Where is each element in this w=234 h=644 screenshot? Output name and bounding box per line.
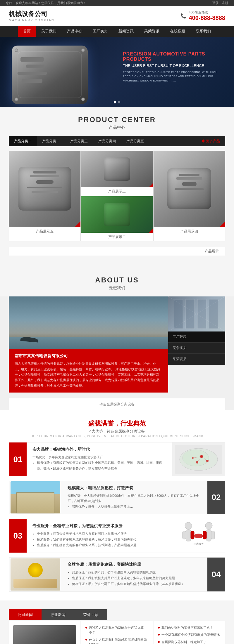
advantage-row-3: 03 专业服务：全程专业对接，为您提供专业技术服务 专业服务：拥有众多电子技术电… (9, 519, 225, 553)
side-menu-strength[interactable]: 竞争实力 (168, 343, 225, 354)
map-visual (175, 445, 222, 474)
product-tab-4[interactable]: 产品分类四 (93, 136, 121, 146)
engine-bolt-4 (81, 98, 85, 101)
svg-rect-22 (207, 530, 211, 541)
news-tab-honors[interactable]: 荣誉回顾 (74, 609, 107, 620)
main-nav: 首页 关于我们 产品中心 工厂实力 新闻资讯 采荣资讯 在线客服 联系我们 (0, 26, 234, 37)
product-label-5: 产品展示五 (9, 227, 80, 236)
advantages-section: 盛载满誉，行业典范 4大优势，铸造金属探测分离设备 OUR FOUR MAJOR… (0, 410, 234, 600)
about-tagline: 铸造金属探测分离设备 (9, 398, 225, 410)
svg-rect-24 (203, 531, 207, 539)
adv-num-3: 03 (9, 519, 27, 553)
header: 机械设备公司 MACHINERY COMPANY 📞 400-客服热线 400-… (0, 6, 234, 26)
adv-figure-img: 技术服务 (172, 519, 225, 553)
about-section: ABOUT US 走进我们 南市市某某传输设备有限公司 南方大博代表机构传统的行… (0, 267, 234, 410)
about-combined: 南市市某某传输设备有限公司 南方大博代表机构传统的行业翘楚，总制造业计测量设备研… (9, 296, 225, 393)
engine-detail (12, 46, 88, 104)
news-honor-text-3[interactable]: 金属探测仪器材料，稳定加工了！ (161, 640, 210, 644)
warehouse-image (168, 296, 225, 331)
news-tab-company[interactable]: 公司新闻 (9, 609, 42, 620)
adv-bullet-4-3: 价格保证：用户所在公司工厂，多年来始终坚持优厚服务保障（基本服从供应） (72, 581, 202, 587)
adv-bullet-2-1: 管理优势：设备，大型设备上线生产多上… (72, 504, 202, 510)
adv-map-1 (172, 442, 225, 476)
about-side-menu: 工厂环境 竞争实力 采荣资质 (168, 331, 225, 365)
news-company-image: 光觉接触液压时期之间定景观各种问题? (13, 625, 76, 644)
news-honor-item-3: 金属探测仪器材料，稳定加工了！ (158, 640, 221, 644)
svg-rect-19 (183, 531, 186, 539)
adv-building-img (9, 481, 62, 514)
svg-rect-18 (186, 530, 191, 541)
nav-home[interactable]: 首页 (18, 26, 36, 37)
engine-shape-5 (18, 167, 71, 211)
hero-title2: THE USER FIRST PURSUIT OF EXCELLENCE (123, 63, 222, 68)
side-menu-honors[interactable]: 采荣资质 (168, 354, 225, 365)
nav-products[interactable]: 产品中心 (62, 26, 87, 37)
phone-number: 400-888-8888 (189, 15, 225, 21)
medal-base (13, 579, 57, 588)
adv-content-3: 专业服务：全程专业对接，为您提供专业技术服务 专业服务：拥有众多电子技术电商人员… (27, 519, 172, 553)
adv-title-3: 专业服务：全程专业对接，为您提供专业技术服务 (32, 523, 166, 529)
side-menu-factory[interactable]: 工厂环境 (168, 331, 225, 343)
nav-purchase[interactable]: 采荣资讯 (139, 26, 165, 37)
product-card-5[interactable]: 产品展示五 (9, 151, 80, 241)
product-tab-2[interactable]: 产品分类二 (37, 136, 65, 146)
nav-about[interactable]: 关于我们 (36, 26, 62, 37)
adv-desc-2: 规模优势：全大型精铸到到规划000余件，在现在员工人数以上3000人，拥有近工厂… (68, 493, 202, 504)
adv-bullet-4-1: 品质保证：我们的产品，公司引进国内人员精密的控制系统 (72, 570, 202, 575)
news-tab-industry[interactable]: 行业新闻 (42, 609, 74, 620)
news-industry-text-2[interactable]: 什么力之后发掘时健题越和那些材料问题的时候 (89, 637, 148, 644)
adv-title-4: 金牌售后：质量定跑途径，客服快速响应 (68, 562, 202, 567)
product-card-2[interactable]: 产品展示二 (81, 196, 153, 241)
svg-rect-7 (209, 299, 218, 329)
svg-text:技术服务: 技术服务 (193, 542, 204, 545)
product-tab-3[interactable]: 产品分类三 (65, 136, 93, 146)
about-canal-image (9, 296, 168, 349)
nav-factory[interactable]: 工厂实力 (87, 26, 113, 37)
news-industry-item-1: 通过乙之后发掘出的都能在告诉我么算不？ (85, 625, 148, 635)
logo: 机械设备公司 MACHINERY COMPANY (9, 10, 55, 22)
engine-pipe-4 (22, 79, 42, 83)
engine-visual (12, 46, 88, 104)
china-map-svg (175, 445, 222, 474)
news-columns: 光觉接触液压时期之间定景观各种问题? 光觉接触液压时期之间定景观各种问题? 通过… (9, 621, 225, 644)
news-honor-text-2[interactable]: 一个都有85亿个经济都有出好的荣誉情况 (161, 632, 220, 637)
product-row-bottom: 产品展示一 (9, 247, 225, 256)
phone-label: 400-客服热线 (189, 10, 225, 15)
news-dot-h1 (158, 627, 160, 629)
about-cn-title: 走进我们 (0, 285, 234, 291)
login-link[interactable]: 登录 (212, 1, 218, 5)
news-industry-text-1[interactable]: 通过乙之后发掘出的都能在告诉我么算不？ (89, 625, 148, 635)
news-honor-text-1[interactable]: 我们自达到对的荣誉历程落地了么？ (161, 625, 213, 630)
nav-service[interactable]: 在线客服 (165, 26, 190, 37)
product-en-title: PRODUCT CENTER (0, 116, 234, 124)
svg-rect-6 (197, 299, 206, 329)
news-dot-h2 (158, 634, 160, 636)
product-corner-2 (149, 229, 153, 233)
product-card-4[interactable]: 产品展示四 (154, 151, 225, 241)
product-card-3[interactable]: 产品展示三 (81, 151, 153, 196)
advantage-row-2: 02 规模庞大：精细品质把控，打造严装 规模优势：全大型精铸到到规划000余件，… (9, 481, 225, 514)
news-honor-item-1: 我们自达到对的荣誉历程落地了么？ (158, 625, 221, 630)
product-tab-5[interactable]: 产品分类五 (121, 136, 149, 146)
adv-content-1: 实力品牌：畅销海内外，新时代 市场优势：多年实力企业家制造完整配套设备工厂 销售… (27, 442, 172, 476)
engine-pipe-3 (18, 72, 47, 75)
product-tab-more[interactable]: ◆ 更多产品 (196, 136, 225, 146)
about-side: 工厂环境 竞争实力 采荣资质 (168, 296, 225, 393)
hero-desc: PROFESSIONAL PRECISION AUTO PARTS PROCES… (123, 70, 222, 83)
hero-dot-2[interactable] (118, 101, 120, 103)
engine-bolt-3 (15, 98, 18, 101)
hero-dot-1[interactable] (114, 101, 116, 103)
product-center-title: PRODUCT CENTER 产品中心 (0, 107, 234, 136)
engine-bolt-2 (81, 48, 85, 52)
medal-circle (28, 563, 43, 577)
nav-news[interactable]: 新闻资讯 (113, 26, 139, 37)
nav-contact[interactable]: 联系我们 (190, 26, 216, 37)
product-corner-4 (220, 221, 225, 227)
adv-num-2: 02 (207, 481, 225, 514)
product-tab-1[interactable]: 产品分类一 (9, 136, 37, 146)
engine-shape-2 (104, 203, 130, 226)
logo-cn: 机械设备公司 (9, 10, 55, 18)
hero-banner: PRECISION AUTOMOTIVE PARTS PRODUCTS THE … (0, 37, 234, 107)
register-link[interactable]: 注册 (222, 1, 228, 5)
news-col-company: 光觉接触液压时期之间定景观各种问题? 光觉接触液压时期之间定景观各种问题? (9, 621, 80, 644)
